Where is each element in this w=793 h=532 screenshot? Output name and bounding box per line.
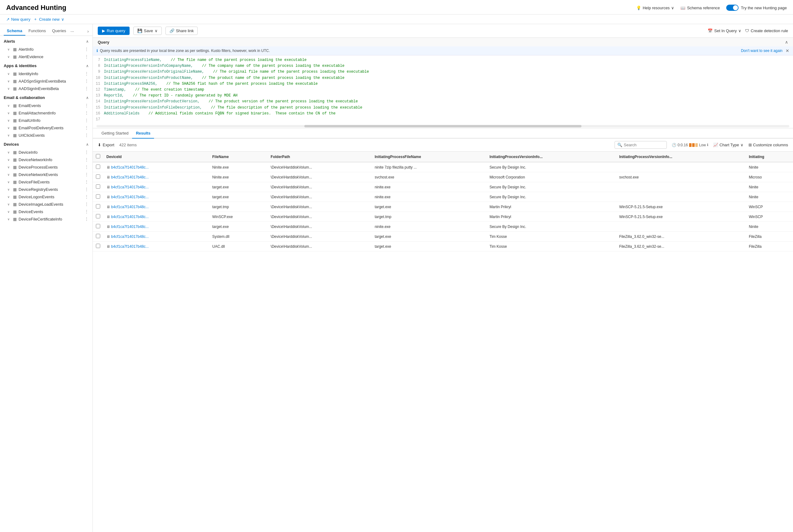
- row-checkbox[interactable]: [96, 165, 100, 169]
- select-all-header[interactable]: [93, 152, 103, 162]
- sidebar-item-devicenetworkinfo[interactable]: ∨ ▦ DeviceNetworkInfo ⋮: [0, 156, 93, 163]
- sidebar-item-emailurl[interactable]: ∨ ▦ EmailUrlInfo ⋮: [0, 117, 93, 124]
- col-deviceid[interactable]: DeviceId: [103, 152, 209, 162]
- more-icon[interactable]: ⋮: [84, 86, 89, 91]
- sidebar-item-deviceinfo[interactable]: ∨ ▦ DeviceInfo ⋮: [0, 149, 93, 156]
- more-icon[interactable]: ⋮: [84, 172, 89, 177]
- sidebar-item-deviceimageloadevents[interactable]: ∨ ▦ DeviceImageLoadEvents ⋮: [0, 201, 93, 208]
- col-initiating[interactable]: Initiating: [746, 152, 793, 162]
- run-query-button[interactable]: ▶ Run query: [98, 26, 130, 35]
- create-new-button[interactable]: ＋ Create new ∨: [33, 16, 64, 22]
- col-initiatingversioninfo1[interactable]: InitiatingProcessVersionInfo...: [486, 152, 616, 162]
- share-link-button[interactable]: 🔗 Share link: [166, 26, 198, 35]
- section-email-header[interactable]: Email & collaboration ∧: [0, 92, 93, 102]
- deviceid-link[interactable]: b4cf1ca7f14017b48c...: [111, 234, 149, 239]
- more-icon[interactable]: ⋮: [84, 47, 89, 52]
- col-folderpath[interactable]: FolderPath: [268, 152, 371, 162]
- tab-results[interactable]: Results: [132, 128, 154, 138]
- more-icon[interactable]: ⋮: [84, 125, 89, 130]
- more-icon[interactable]: ⋮: [84, 54, 89, 59]
- sidebar-item-devicelogonevents[interactable]: ∨ ▦ DeviceLogonEvents ⋮: [0, 193, 93, 201]
- deviceid-link[interactable]: b4cf1ca7f14017b48c...: [111, 185, 149, 189]
- col-filename[interactable]: FileName: [209, 152, 268, 162]
- code-editor[interactable]: 7InitiatingProcessFileName, // The file …: [93, 55, 793, 124]
- row-checkbox[interactable]: [96, 184, 100, 189]
- more-icon[interactable]: ⋮: [84, 110, 89, 115]
- row-checkbox-cell[interactable]: [93, 162, 103, 172]
- sidebar-item-devicenetworkevents[interactable]: ∨ ▦ DeviceNetworkEvents ⋮: [0, 171, 93, 178]
- more-icon[interactable]: ⋮: [84, 179, 89, 184]
- sidebar-item-identityinfo[interactable]: ∨ ▦ IdentityInfo ⋮: [0, 70, 93, 77]
- more-icon[interactable]: ⋮: [84, 194, 89, 199]
- deviceid-link[interactable]: b4cf1ca7f14017b48c...: [111, 195, 149, 199]
- deviceid-link[interactable]: b4cf1ca7f14017b48c...: [111, 244, 149, 249]
- more-tabs-icon[interactable]: ···: [71, 29, 74, 34]
- sidebar-item-urlclick[interactable]: ∨ ▦ UrlClickEvents ⋮: [0, 131, 93, 139]
- col-initiatingversioninfo2[interactable]: InitiatingProcessVersionInfo...: [616, 152, 746, 162]
- more-icon[interactable]: ⋮: [84, 150, 89, 155]
- sidebar-item-deviceevents[interactable]: ∨ ▦ DeviceEvents ⋮: [0, 208, 93, 215]
- row-checkbox-cell[interactable]: [93, 222, 103, 232]
- more-icon[interactable]: ⋮: [84, 71, 89, 76]
- sidebar-item-aadspn[interactable]: ∨ ▦ AADSpnSignInEventsBeta ⋮: [0, 77, 93, 85]
- sidebar-collapse-button[interactable]: ›: [87, 29, 89, 34]
- query-collapse-button[interactable]: ∧: [785, 40, 788, 44]
- export-button[interactable]: ⬇ Export: [98, 142, 114, 147]
- sidebar-item-deviceregistryevents[interactable]: ∨ ▦ DeviceRegistryEvents ⋮: [0, 186, 93, 193]
- chart-type-button[interactable]: 📈 Chart Type ∨: [713, 142, 743, 147]
- more-icon[interactable]: ⋮: [84, 118, 89, 123]
- row-checkbox[interactable]: [96, 224, 100, 228]
- search-input[interactable]: [624, 142, 664, 147]
- row-checkbox-cell[interactable]: [93, 212, 103, 222]
- deviceid-link[interactable]: b4cf1ca7f14017b48c...: [111, 225, 149, 229]
- row-checkbox[interactable]: [96, 204, 100, 208]
- section-apps-header[interactable]: Apps & identities ∧: [0, 60, 93, 70]
- more-icon[interactable]: ⋮: [84, 103, 89, 108]
- row-checkbox-cell[interactable]: [93, 182, 103, 192]
- more-icon[interactable]: ⋮: [84, 209, 89, 214]
- sidebar-item-devicefileevents[interactable]: ∨ ▦ DeviceFileEvents ⋮: [0, 178, 93, 186]
- sidebar-item-deviceprocessevents[interactable]: ∨ ▦ DeviceProcessEvents ⋮: [0, 163, 93, 171]
- tab-getting-started[interactable]: Getting Started: [98, 128, 132, 138]
- more-icon[interactable]: ⋮: [84, 157, 89, 162]
- row-checkbox-cell[interactable]: [93, 202, 103, 212]
- tab-queries[interactable]: Queries: [49, 26, 69, 36]
- row-checkbox[interactable]: [96, 174, 100, 179]
- section-alerts-header[interactable]: Alerts ∧: [0, 36, 93, 45]
- more-icon[interactable]: ⋮: [84, 202, 89, 207]
- row-checkbox-cell[interactable]: [93, 192, 103, 202]
- more-icon[interactable]: ⋮: [84, 133, 89, 138]
- close-notice-button[interactable]: ✕: [786, 48, 789, 53]
- row-checkbox-cell[interactable]: [93, 242, 103, 251]
- customize-columns-button[interactable]: ⊞ Customize columns: [749, 142, 788, 147]
- dont-show-button[interactable]: Don't want to see it again: [741, 49, 782, 53]
- create-detection-rule-button[interactable]: 🛡 Create detection rule: [745, 28, 788, 33]
- row-checkbox[interactable]: [96, 214, 100, 218]
- results-search[interactable]: 🔍: [615, 141, 667, 149]
- more-icon[interactable]: ⋮: [84, 187, 89, 192]
- sidebar-item-emailpostdelivery[interactable]: ∨ ▦ EmailPostDeliveryEvents ⋮: [0, 124, 93, 131]
- sidebar-item-alertinfo[interactable]: ∨ ▦ AlertInfo ⋮: [0, 45, 93, 53]
- col-initiatingprocessfilename[interactable]: InitiatingProcessFileName: [371, 152, 486, 162]
- row-checkbox[interactable]: [96, 244, 100, 248]
- more-icon[interactable]: ⋮: [84, 79, 89, 83]
- toggle-track[interactable]: [726, 5, 739, 11]
- code-scrollbar[interactable]: [96, 125, 789, 128]
- save-button[interactable]: 💾 Save ∨: [133, 26, 162, 35]
- data-table-wrap[interactable]: DeviceId FileName FolderPath InitiatingP…: [93, 152, 793, 532]
- deviceid-link[interactable]: b4cf1ca7f14017b48c...: [111, 215, 149, 219]
- schema-reference-link[interactable]: 📖 Schema reference: [680, 5, 720, 10]
- row-checkbox-cell[interactable]: [93, 172, 103, 182]
- sidebar-item-alertevidence[interactable]: ∨ ▦ AlertEvidence ⋮: [0, 53, 93, 60]
- try-new-toggle[interactable]: Try the new Hunting page: [726, 5, 787, 11]
- row-checkbox[interactable]: [96, 194, 100, 198]
- select-all-checkbox[interactable]: [96, 154, 100, 158]
- help-resources-link[interactable]: 💡 Help resources ∨: [636, 5, 674, 10]
- sidebar-item-aadsignin[interactable]: ∨ ▦ AADSignInEventsBeta ⋮: [0, 85, 93, 92]
- row-checkbox[interactable]: [96, 234, 100, 238]
- sidebar-item-devicefilecertificateinfo[interactable]: ∨ ▦ DeviceFileCertificateInfo ⋮: [0, 215, 93, 223]
- row-checkbox-cell[interactable]: [93, 232, 103, 242]
- new-query-button[interactable]: ↗ New query: [6, 17, 30, 22]
- deviceid-link[interactable]: b4cf1ca7f14017b48c...: [111, 205, 149, 209]
- tab-schema[interactable]: Schema: [4, 26, 25, 36]
